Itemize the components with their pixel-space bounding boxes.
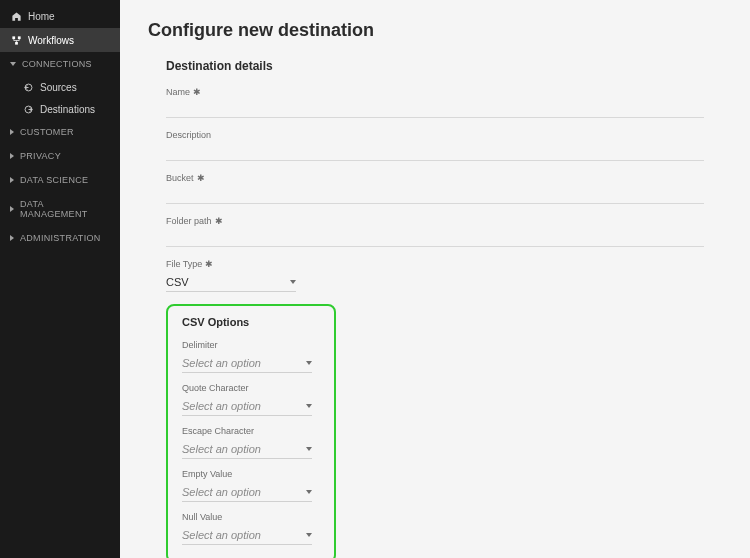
sidebar-item-sources[interactable]: Sources <box>0 76 120 98</box>
chevron-down-icon <box>306 447 312 451</box>
chevron-down-icon <box>306 490 312 494</box>
select-placeholder: Select an option <box>182 486 261 498</box>
null-value-select[interactable]: Select an option <box>182 525 312 545</box>
section-heading: Destination details <box>166 59 704 73</box>
sidebar-item-workflows[interactable]: Workflows <box>0 28 120 52</box>
chevron-right-icon <box>10 129 14 135</box>
destination-details-section: Destination details Name ✱ Description B… <box>148 59 722 558</box>
sidebar-section-connections[interactable]: CONNECTIONS <box>0 52 120 76</box>
required-asterisk: ✱ <box>193 87 201 97</box>
sidebar-item-destinations[interactable]: Destinations <box>0 98 120 120</box>
sidebar: Home Workflows CONNECTIONS Sources Desti… <box>0 0 120 558</box>
chevron-right-icon <box>10 235 14 241</box>
field-label-text: File Type <box>166 259 202 269</box>
sidebar-section-data-science[interactable]: DATA SCIENCE <box>0 168 120 192</box>
svg-rect-0 <box>12 36 15 39</box>
required-asterisk: ✱ <box>197 173 205 183</box>
csv-options-box: CSV Options Delimiter Select an option Q… <box>166 304 336 558</box>
required-asterisk: ✱ <box>215 216 223 226</box>
destinations-icon <box>22 103 34 115</box>
name-field: Name ✱ <box>166 87 704 118</box>
home-icon <box>10 10 22 22</box>
chevron-down-icon <box>306 533 312 537</box>
select-placeholder: Select an option <box>182 400 261 412</box>
select-placeholder: Select an option <box>182 529 261 541</box>
svg-rect-1 <box>17 36 20 39</box>
field-label-text: Delimiter <box>182 340 218 350</box>
field-label-text: Bucket <box>166 173 194 183</box>
sidebar-section-label: CUSTOMER <box>20 127 74 137</box>
sidebar-section-administration[interactable]: ADMINISTRATION <box>0 226 120 250</box>
main-content: Configure new destination Destination de… <box>120 0 750 558</box>
quote-character-select[interactable]: Select an option <box>182 396 312 416</box>
sidebar-item-label: Destinations <box>40 104 95 115</box>
csv-options-heading: CSV Options <box>182 316 320 328</box>
chevron-down-icon <box>306 404 312 408</box>
field-label-text: Empty Value <box>182 469 232 479</box>
name-input[interactable] <box>166 100 704 118</box>
chevron-right-icon <box>10 206 14 212</box>
sidebar-section-label: ADMINISTRATION <box>20 233 101 243</box>
delimiter-select[interactable]: Select an option <box>182 353 312 373</box>
file-type-field: File Type ✱ CSV <box>166 259 704 292</box>
chevron-down-icon <box>306 361 312 365</box>
select-placeholder: Select an option <box>182 357 261 369</box>
sidebar-section-privacy[interactable]: PRIVACY <box>0 144 120 168</box>
sidebar-item-home[interactable]: Home <box>0 4 120 28</box>
select-placeholder: Select an option <box>182 443 261 455</box>
sidebar-item-label: Sources <box>40 82 77 93</box>
field-label-text: Quote Character <box>182 383 249 393</box>
chevron-right-icon <box>10 177 14 183</box>
description-field: Description <box>166 130 704 161</box>
escape-character-field: Escape Character Select an option <box>182 426 320 459</box>
chevron-down-icon <box>290 280 296 284</box>
file-type-select[interactable]: CSV <box>166 272 296 292</box>
chevron-down-icon <box>10 62 16 66</box>
page-title: Configure new destination <box>148 20 722 41</box>
required-asterisk: ✱ <box>205 259 213 269</box>
sidebar-section-label: CONNECTIONS <box>22 59 92 69</box>
sidebar-item-label: Workflows <box>28 35 74 46</box>
bucket-input[interactable] <box>166 186 704 204</box>
field-label-text: Null Value <box>182 512 222 522</box>
field-label-text: Folder path <box>166 216 212 226</box>
folder-path-input[interactable] <box>166 229 704 247</box>
description-input[interactable] <box>166 143 704 161</box>
delimiter-field: Delimiter Select an option <box>182 340 320 373</box>
svg-rect-2 <box>15 41 18 44</box>
select-value: CSV <box>166 276 189 288</box>
folder-path-field: Folder path ✱ <box>166 216 704 247</box>
sidebar-section-customer[interactable]: CUSTOMER <box>0 120 120 144</box>
null-value-field: Null Value Select an option <box>182 512 320 545</box>
field-label-text: Name <box>166 87 190 97</box>
sidebar-item-label: Home <box>28 11 55 22</box>
sources-icon <box>22 81 34 93</box>
chevron-right-icon <box>10 153 14 159</box>
sidebar-section-label: DATA MANAGEMENT <box>20 199 110 219</box>
empty-value-field: Empty Value Select an option <box>182 469 320 502</box>
empty-value-select[interactable]: Select an option <box>182 482 312 502</box>
sidebar-section-label: DATA SCIENCE <box>20 175 88 185</box>
field-label-text: Escape Character <box>182 426 254 436</box>
workflows-icon <box>10 34 22 46</box>
bucket-field: Bucket ✱ <box>166 173 704 204</box>
quote-character-field: Quote Character Select an option <box>182 383 320 416</box>
sidebar-section-data-management[interactable]: DATA MANAGEMENT <box>0 192 120 226</box>
sidebar-section-label: PRIVACY <box>20 151 61 161</box>
field-label-text: Description <box>166 130 211 140</box>
escape-character-select[interactable]: Select an option <box>182 439 312 459</box>
